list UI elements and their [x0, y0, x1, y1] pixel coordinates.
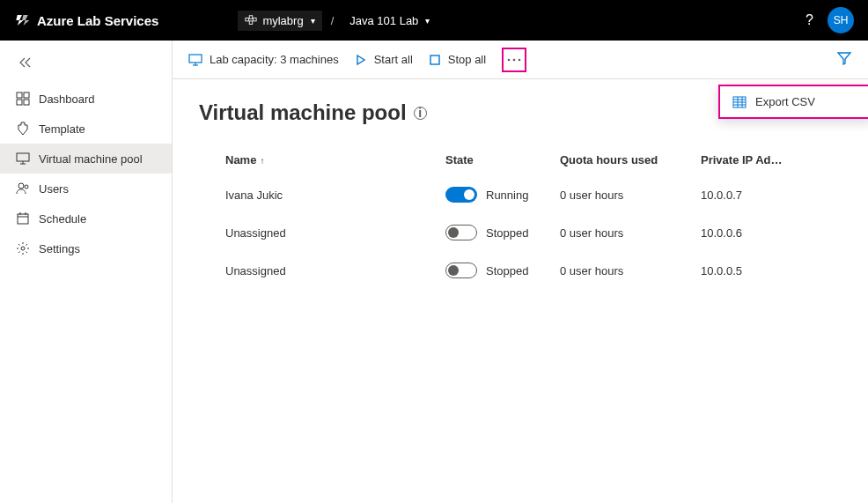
lab-capacity-button[interactable]: Lab capacity: 3 machines — [188, 53, 339, 67]
sidebar-item-label: Dashboard — [39, 92, 95, 106]
sidebar-item-vm-pool[interactable]: Virtual machine pool — [0, 144, 172, 174]
filter-button[interactable] — [836, 50, 852, 69]
sidebar-item-label: Schedule — [39, 212, 86, 226]
svg-point-23 — [513, 58, 516, 61]
product-brand[interactable]: Azure Lab Services — [14, 12, 158, 28]
cell-state-label: Stopped — [486, 264, 528, 277]
col-name[interactable]: Name↑ — [225, 153, 445, 166]
svg-rect-5 — [24, 92, 29, 98]
toolbar: Lab capacity: 3 machines Start all Stop … — [173, 41, 868, 79]
sidebar: Dashboard Template Virtual machine pool … — [0, 41, 173, 503]
template-icon — [16, 122, 30, 136]
svg-rect-8 — [17, 153, 29, 161]
svg-point-12 — [25, 185, 28, 189]
sidebar-item-label: Virtual machine pool — [39, 152, 143, 166]
monitor-icon — [188, 53, 202, 67]
vm-state-toggle[interactable] — [445, 263, 477, 278]
sidebar-item-label: Template — [39, 122, 85, 136]
svg-rect-4 — [17, 92, 22, 98]
vm-table: Name↑ State Quota hours used Private IP … — [199, 144, 842, 289]
sidebar-item-settings[interactable]: Settings — [0, 233, 172, 263]
breadcrumb-lab[interactable]: Java 101 Lab ▾ — [342, 11, 437, 31]
more-actions-button[interactable] — [502, 48, 526, 72]
svg-rect-7 — [24, 100, 29, 105]
breadcrumb-resource-group[interactable]: mylabrg ▾ — [238, 11, 321, 31]
azure-logo-icon — [14, 12, 30, 28]
stop-icon — [429, 54, 441, 66]
start-all-label: Start all — [374, 53, 413, 66]
page-title-text: Virtual machine pool — [199, 100, 407, 125]
avatar[interactable]: SH — [828, 7, 854, 33]
svg-rect-0 — [246, 18, 249, 21]
sidebar-item-template[interactable]: Template — [0, 114, 172, 144]
top-bar: Azure Lab Services mylabrg ▾ / Java 101 … — [0, 0, 868, 41]
sidebar-item-schedule[interactable]: Schedule — [0, 203, 172, 233]
cell-quota: 0 user hours — [560, 189, 701, 202]
cell-state-label: Running — [486, 189, 528, 202]
settings-icon — [16, 241, 30, 255]
breadcrumb-lab-label: Java 101 Lab — [349, 14, 418, 27]
users-icon — [16, 181, 30, 196]
dashboard-icon — [16, 92, 30, 106]
svg-point-11 — [18, 183, 24, 189]
svg-rect-1 — [250, 16, 254, 19]
cell-name: Unassigned — [225, 226, 445, 240]
breadcrumb-rg-label: mylabrg — [262, 14, 303, 27]
resource-group-icon — [245, 14, 257, 26]
cell-name: Ivana Jukic — [225, 189, 445, 202]
help-icon[interactable]: ? — [805, 12, 813, 28]
svg-point-24 — [519, 58, 521, 61]
col-quota[interactable]: Quota hours used — [560, 153, 701, 166]
product-name-bold: Azure Lab Services — [37, 13, 158, 28]
filter-icon — [836, 50, 852, 66]
start-all-button[interactable]: Start all — [355, 53, 413, 66]
vm-state-toggle[interactable] — [445, 225, 477, 240]
svg-rect-2 — [250, 21, 254, 25]
sidebar-item-label: Users — [39, 182, 69, 196]
double-chevron-left-icon — [18, 56, 33, 69]
sidebar-item-dashboard[interactable]: Dashboard — [0, 84, 172, 114]
lab-capacity-label: Lab capacity: 3 machines — [210, 53, 339, 66]
chevron-down-icon: ▾ — [425, 16, 430, 26]
breadcrumb: mylabrg ▾ / Java 101 Lab ▾ — [238, 11, 437, 31]
cell-ip: 10.0.0.6 — [701, 226, 815, 240]
svg-rect-6 — [17, 100, 22, 105]
stop-all-label: Stop all — [448, 53, 486, 66]
play-icon — [355, 54, 367, 66]
cell-quota: 0 user hours — [560, 226, 701, 240]
svg-rect-13 — [18, 214, 28, 224]
sidebar-item-label: Settings — [39, 242, 80, 255]
cell-state-label: Stopped — [486, 226, 528, 240]
table-row[interactable]: Ivana Jukic Running 0 user hours 10.0.0.… — [199, 175, 842, 213]
chevron-down-icon: ▾ — [311, 16, 315, 26]
vm-state-toggle[interactable] — [445, 187, 477, 203]
schedule-icon — [16, 211, 30, 226]
col-ip[interactable]: Private IP Ad… — [701, 153, 815, 166]
more-actions-menu: Export CSV — [718, 85, 868, 119]
cell-quota: 0 user hours — [560, 264, 701, 277]
sidebar-item-users[interactable]: Users — [0, 174, 172, 203]
table-row[interactable]: Unassigned Stopped 0 user hours 10.0.0.5 — [199, 251, 842, 289]
svg-rect-3 — [254, 18, 257, 21]
svg-point-22 — [508, 58, 511, 61]
export-csv-label: Export CSV — [755, 95, 815, 108]
export-csv-menu-item[interactable]: Export CSV — [720, 86, 868, 117]
info-icon[interactable]: i — [414, 107, 427, 120]
cell-name: Unassigned — [225, 264, 445, 277]
col-state[interactable]: State — [445, 153, 560, 166]
svg-rect-21 — [430, 55, 439, 64]
cell-ip: 10.0.0.5 — [701, 264, 815, 277]
collapse-sidebar-button[interactable] — [0, 49, 172, 84]
sort-asc-icon: ↑ — [260, 156, 264, 166]
svg-rect-18 — [189, 55, 202, 63]
svg-point-17 — [21, 247, 25, 250]
breadcrumb-separator: / — [327, 14, 338, 27]
main-area: Lab capacity: 3 machines Start all Stop … — [173, 41, 868, 503]
stop-all-button[interactable]: Stop all — [429, 53, 486, 66]
cell-ip: 10.0.0.7 — [701, 189, 815, 202]
more-dots-icon — [507, 58, 521, 62]
table-header: Name↑ State Quota hours used Private IP … — [199, 144, 842, 175]
vm-pool-icon — [16, 152, 30, 166]
table-icon — [732, 96, 747, 108]
table-row[interactable]: Unassigned Stopped 0 user hours 10.0.0.6 — [199, 213, 842, 251]
